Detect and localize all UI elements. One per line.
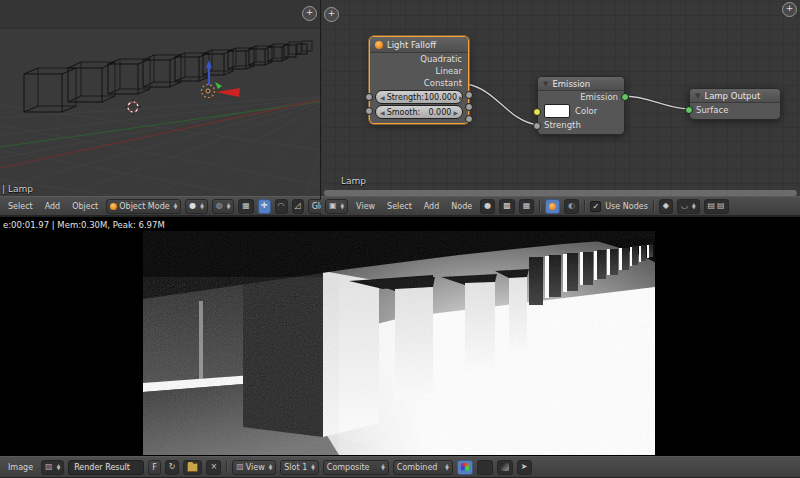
pivot-dropdown[interactable]: ◍ ▲▼ (212, 199, 235, 214)
manipulator-translate-toggle[interactable]: ✛ (258, 199, 271, 214)
region-expand-icon[interactable]: + (302, 6, 317, 21)
compositing-icon: ▩ (503, 202, 511, 210)
object-mode-icon (110, 203, 117, 210)
use-nodes-label: Use Nodes (605, 202, 648, 211)
magnet-icon: ◡ (681, 202, 688, 210)
editor-type-dropdown[interactable]: ▣ ▲▼ (325, 199, 348, 214)
unlink-button[interactable]: × (206, 460, 221, 475)
scale-manipulator-icon: ◿ (295, 202, 301, 210)
view-label: View (246, 463, 265, 472)
slider-left-arrow-icon[interactable]: ◀ (380, 109, 385, 116)
menu-add[interactable]: Add (41, 201, 65, 212)
collapse-triangle-icon[interactable]: ▼ (543, 80, 548, 88)
node-header[interactable]: ▼ Lamp Output (690, 89, 780, 103)
dropdown-arrows-icon: ▲▼ (311, 464, 315, 471)
socket-strength-in[interactable] (533, 122, 541, 130)
menu-add[interactable]: Add (420, 201, 444, 212)
shader-context-world-button[interactable]: ◐ (564, 199, 579, 214)
manipulator-scale-toggle[interactable]: ◿ (292, 199, 304, 214)
tree-type-compositing-button[interactable]: ▩ (499, 199, 515, 214)
mode-dropdown[interactable]: Object Mode ▲▼ (106, 199, 181, 214)
view-dropdown[interactable]: ▨ View ▲▼ (232, 460, 276, 475)
socket-surface-in[interactable] (685, 106, 693, 114)
slot-dropdown[interactable]: Slot 1 ▲▼ (280, 460, 319, 475)
image-editor-header: Image ▨ ▲▼ Render Result F ↻ × ▨ View ▲▼… (0, 456, 800, 478)
sample-tool-button[interactable]: ➤ (517, 460, 532, 475)
node-title: Light Falloff (387, 40, 436, 50)
socket-linear-out[interactable] (465, 103, 473, 111)
shader-context-lamp-button[interactable] (545, 199, 560, 214)
manipulator-rotate-toggle[interactable]: ◠ (275, 199, 288, 214)
channel-rgb-button[interactable] (457, 460, 473, 475)
slider-left-arrow-icon[interactable]: ◀ (380, 94, 385, 101)
pin-toggle[interactable]: ◆ (659, 199, 673, 214)
node-title: Lamp Output (704, 91, 760, 101)
menu-view[interactable]: View (352, 201, 379, 212)
output-emission: Emission (538, 91, 624, 103)
channel-rgba-button[interactable] (477, 460, 493, 475)
layers-paste-icon: ▤ (717, 202, 725, 210)
viewport-3d[interactable]: + | Lamp Select Add Object Object Mode ▲… (0, 0, 321, 216)
use-nodes-checkbox[interactable]: ✓ (590, 201, 601, 212)
tree-type-texture-button[interactable]: ▦ (519, 199, 535, 214)
region-expand-icon[interactable]: + (324, 7, 339, 22)
dropdown-arrows-icon: ▲▼ (341, 203, 345, 210)
node-light-falloff[interactable]: Light Falloff Quadratic Linear Constant … (369, 36, 469, 124)
node-editor[interactable]: + + Light Falloff Quadratic Linear Const… (321, 0, 800, 216)
snap-toggle[interactable]: ◡ ▲▼ (677, 199, 700, 214)
socket-quadratic-out[interactable] (465, 91, 473, 99)
strength-slider[interactable]: ◀ Strength: 100.000 ▶ (375, 90, 463, 104)
menu-select[interactable]: Select (4, 201, 37, 212)
render-pass-label: Combined (397, 463, 438, 472)
fake-user-button[interactable]: F (148, 460, 161, 475)
slider-label: Smooth: (387, 108, 429, 117)
node-emission[interactable]: ▼ Emission Emission Color Strength (537, 76, 625, 135)
socket-strength-in[interactable] (365, 93, 373, 101)
mode-label: Object Mode (119, 202, 169, 211)
shader-sphere-icon: ● (484, 202, 491, 210)
dropdown-arrows-icon: ▲▼ (227, 203, 231, 210)
node-lamp-output[interactable]: ▼ Lamp Output Surface (689, 88, 781, 120)
render-pass-dropdown[interactable]: Combined ▲▼ (393, 460, 453, 475)
slider-right-arrow-icon[interactable]: ▶ (453, 109, 458, 116)
refresh-button[interactable]: ↻ (165, 460, 180, 475)
dropdown-arrows-icon: ▲▼ (381, 464, 385, 471)
smooth-slider[interactable]: ◀ Smooth: 0.000 ▶ (375, 105, 463, 119)
socket-color-in[interactable] (533, 108, 541, 116)
render-layer-label: Composite (327, 463, 370, 472)
rotate-manipulator-icon: ◠ (278, 202, 285, 210)
node-header[interactable]: Light Falloff (370, 37, 468, 53)
copy-node-group-buttons[interactable]: ▤ ▤ (704, 199, 729, 214)
tree-type-shader-button[interactable]: ● (480, 199, 495, 214)
image-browse-dropdown[interactable]: ▨ ▲▼ (41, 460, 64, 475)
region-expand-icon[interactable]: + (782, 2, 797, 17)
menu-node[interactable]: Node (447, 201, 476, 212)
node-title: Emission (552, 79, 590, 89)
shading-dropdown[interactable]: ● ▲▼ (185, 199, 208, 214)
folder-icon (187, 463, 198, 472)
image-name-field[interactable]: Render Result (68, 460, 144, 475)
viewport-3d-canvas[interactable] (0, 0, 320, 198)
blender-window: + | Lamp Select Add Object Object Mode ▲… (0, 0, 800, 478)
slider-right-arrow-icon[interactable]: ▶ (459, 94, 464, 101)
socket-emission-out[interactable] (621, 93, 629, 101)
open-image-button[interactable] (183, 460, 202, 475)
node-header[interactable]: ▼ Emission (538, 77, 624, 91)
render-layer-dropdown[interactable]: Composite ▲▼ (323, 460, 389, 475)
lamp-icon (375, 41, 383, 49)
slider-value: 100.000 (424, 93, 457, 102)
slot-label: Slot 1 (284, 463, 307, 472)
socket-constant-out[interactable] (465, 115, 473, 123)
menu-object[interactable]: Object (68, 201, 102, 212)
snap-toggle[interactable]: ▦ (238, 199, 254, 214)
menu-select[interactable]: Select (383, 201, 416, 212)
dropdown-arrows-icon: ▲▼ (269, 464, 273, 471)
channel-alpha-button[interactable] (497, 460, 513, 475)
layers-copy-icon: ▤ (708, 202, 716, 210)
image-icon: ▨ (45, 463, 53, 471)
menu-image[interactable]: Image (4, 462, 37, 473)
color-swatch[interactable] (544, 104, 570, 118)
collapse-triangle-icon[interactable]: ▼ (695, 92, 700, 100)
socket-smooth-in[interactable] (365, 107, 373, 115)
image-editor[interactable]: e:00:01.97 | Mem:0.30M, Peak: 6.97M (0, 217, 800, 478)
